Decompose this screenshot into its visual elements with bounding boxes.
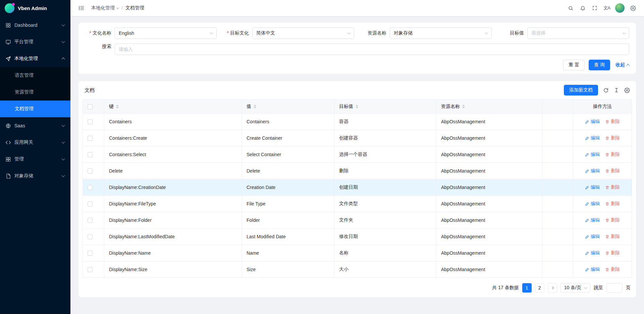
row-height-icon[interactable] <box>614 87 619 93</box>
sidebar-item-saas[interactable]: Saas <box>0 117 70 134</box>
table-header-row: 键 值 目标值 资源名称 操作方法 <box>83 100 632 114</box>
settings-gear-icon[interactable] <box>627 2 639 14</box>
cell-empty <box>542 212 573 229</box>
edit-button[interactable]: 编辑 <box>585 119 600 125</box>
edit-button[interactable]: 编辑 <box>585 168 600 174</box>
delete-button[interactable]: 删除 <box>605 250 620 256</box>
edit-button[interactable]: 编辑 <box>585 217 600 223</box>
chevron-up-icon <box>62 58 65 61</box>
row-checkbox[interactable] <box>88 267 93 272</box>
sidebar-item-language[interactable]: 语言管理 <box>0 67 70 84</box>
cell-resource-name: AbpOssManagement <box>436 130 542 146</box>
collapse-filter-link[interactable]: 收起 <box>615 62 629 68</box>
delete-button[interactable]: 删除 <box>605 168 620 174</box>
gateway-icon <box>5 140 11 145</box>
cell-value: Folder <box>242 212 334 229</box>
row-checkbox[interactable] <box>88 119 93 124</box>
target-culture-select[interactable]: 简体中文 <box>252 27 354 39</box>
main-layout: 本地化管理 / 文档管理 文A 文化名称English目标文化简体中文资源名称对… <box>70 0 644 314</box>
field-label: 资源名称 <box>360 30 390 36</box>
column-header-resource-name[interactable]: 资源名称 <box>436 100 542 114</box>
edit-button[interactable]: 编辑 <box>585 266 600 272</box>
cell-key: Containers:Create <box>104 130 242 146</box>
logo[interactable]: Vben Admin <box>0 0 70 16</box>
refresh-icon[interactable] <box>603 87 609 93</box>
edit-button[interactable]: 编辑 <box>585 135 600 141</box>
column-header-target-value[interactable]: 目标值 <box>334 100 436 114</box>
cell-target-value: 名称 <box>334 245 436 261</box>
next-page-button[interactable] <box>548 283 557 293</box>
edit-button[interactable]: 编辑 <box>585 201 600 207</box>
delete-button[interactable]: 删除 <box>605 266 620 272</box>
reset-button[interactable]: 重 置 <box>563 60 585 70</box>
platform-icon <box>5 39 11 45</box>
sort-icon[interactable] <box>116 105 119 109</box>
row-checkbox[interactable] <box>88 185 93 190</box>
localization-icon <box>5 56 11 62</box>
page-size-select[interactable]: 10 条/页 <box>560 283 590 293</box>
query-button[interactable]: 查 询 <box>589 60 610 70</box>
header-actions: 文A <box>565 2 639 14</box>
breadcrumb-item-parent[interactable]: 本地化管理 <box>91 5 119 11</box>
row-checkbox[interactable] <box>88 169 93 174</box>
row-checkbox[interactable] <box>88 201 93 206</box>
edit-button[interactable]: 编辑 <box>585 184 600 190</box>
sort-icon[interactable] <box>356 105 358 109</box>
delete-button[interactable]: 删除 <box>605 151 620 158</box>
sidebar-item-platform[interactable]: 平台管理 <box>0 34 70 50</box>
jump-page-input[interactable] <box>606 283 623 293</box>
row-checkbox[interactable] <box>88 251 93 256</box>
row-checkbox[interactable] <box>88 136 93 141</box>
cell-key: DisplayName:Size <box>104 261 242 278</box>
row-checkbox[interactable] <box>88 152 93 157</box>
edit-button[interactable]: 编辑 <box>585 151 600 158</box>
avatar[interactable] <box>615 3 625 13</box>
search-icon[interactable] <box>565 2 576 14</box>
fullscreen-icon[interactable] <box>589 2 600 14</box>
cell-target-value: 创建容器 <box>334 130 436 146</box>
sort-icon[interactable] <box>254 105 256 109</box>
sidebar-item-gateway[interactable]: 应用网关 <box>0 134 70 151</box>
cell-empty <box>542 179 573 196</box>
sidebar-item-dashboard[interactable]: Dashboard <box>0 17 70 34</box>
column-header-key[interactable]: 键 <box>104 100 242 114</box>
chevron-down-icon <box>623 31 626 35</box>
edit-button[interactable]: 编辑 <box>585 234 600 240</box>
cell-resource-name: AbpOssManagement <box>436 196 542 212</box>
sort-icon[interactable] <box>462 105 465 109</box>
sidebar-item-storage[interactable]: 对象存储 <box>0 168 70 184</box>
target-value-select[interactable]: 请选择 <box>527 27 629 39</box>
dashboard-icon <box>5 22 11 28</box>
page-button-2[interactable]: 2 <box>535 283 544 293</box>
chevron-down-icon <box>62 140 65 144</box>
cell-empty <box>542 196 573 212</box>
delete-button[interactable]: 删除 <box>605 201 620 207</box>
delete-button[interactable]: 删除 <box>605 234 620 240</box>
add-document-button[interactable]: 添加新文档 <box>564 85 598 96</box>
sidebar-item-document[interactable]: 文档管理 <box>0 101 70 117</box>
resource-name-select[interactable]: 对象存储 <box>390 27 492 39</box>
search-input[interactable] <box>115 44 629 55</box>
sidebar-item-localization[interactable]: 本地化管理 <box>0 50 70 67</box>
row-checkbox[interactable] <box>88 218 93 223</box>
row-checkbox[interactable] <box>88 234 93 239</box>
field-label: 目标文化 <box>223 30 252 36</box>
delete-button[interactable]: 删除 <box>605 184 620 190</box>
translate-icon[interactable]: 文A <box>601 2 612 14</box>
column-settings-gear-icon[interactable] <box>624 87 630 93</box>
chevron-down-icon <box>116 6 119 9</box>
sidebar-item-manage[interactable]: 管理 <box>0 151 70 168</box>
column-header-value[interactable]: 值 <box>242 100 334 114</box>
sidebar-item-resource[interactable]: 资源管理 <box>0 84 70 101</box>
page-button-1[interactable]: 1 <box>522 283 532 293</box>
collapse-sidebar-icon[interactable] <box>76 2 87 14</box>
delete-button[interactable]: 删除 <box>605 135 620 141</box>
bell-icon[interactable] <box>577 2 588 14</box>
edit-button[interactable]: 编辑 <box>585 250 600 256</box>
documents-panel: 文档 添加新文档 键 <box>78 81 636 297</box>
culture-name-select[interactable]: English <box>115 27 217 39</box>
cell-value: Delete <box>242 163 334 179</box>
select-all-checkbox[interactable] <box>88 104 93 109</box>
delete-button[interactable]: 删除 <box>605 119 620 125</box>
delete-button[interactable]: 删除 <box>605 217 620 223</box>
